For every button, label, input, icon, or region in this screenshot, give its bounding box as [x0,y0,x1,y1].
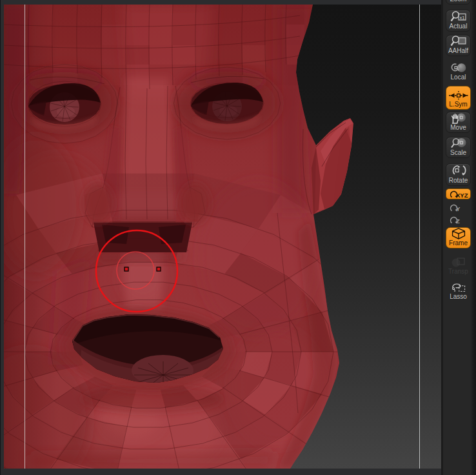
svg-text:Y: Y [456,205,461,212]
svg-text:XYZ: XYZ [456,192,468,199]
svg-text:x1: x1 [459,15,464,21]
svg-text:Z: Z [456,217,460,225]
